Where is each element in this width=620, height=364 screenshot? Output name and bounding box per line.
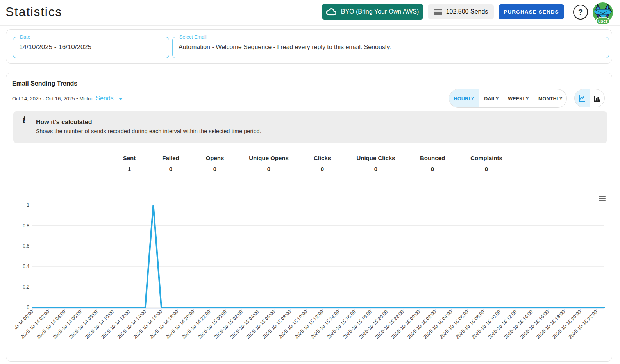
svg-text:2025-10-14 06:00: 2025-10-14 06:00	[52, 309, 83, 340]
svg-text:2025-10-15 02:00: 2025-10-15 02:00	[213, 309, 244, 340]
svg-text:2025-10-15 08:00: 2025-10-15 08:00	[261, 309, 292, 340]
svg-text:2025-10-14 16:00: 2025-10-14 16:00	[132, 309, 163, 340]
svg-text:1: 1	[27, 202, 29, 208]
svg-text:2025-10-15 16:00: 2025-10-15 16:00	[326, 309, 357, 340]
svg-text:2025-10-15 00:00: 2025-10-15 00:00	[197, 309, 228, 340]
svg-text:2025-10-15 10:00: 2025-10-15 10:00	[277, 309, 308, 340]
svg-text:2025-10-15 14:00: 2025-10-15 14:00	[310, 309, 341, 340]
svg-text:2025-10-16 18:00: 2025-10-16 18:00	[535, 309, 566, 340]
svg-text:2025-10-16 08:00: 2025-10-16 08:00	[455, 309, 486, 340]
svg-text:0.6: 0.6	[23, 243, 29, 249]
svg-text:2025-10-15 20:00: 2025-10-15 20:00	[358, 309, 389, 340]
svg-text:2025-10-14 18:00: 2025-10-14 18:00	[148, 309, 179, 340]
svg-text:0.4: 0.4	[23, 264, 29, 269]
svg-text:2025-10-14 20:00: 2025-10-14 20:00	[165, 309, 196, 340]
svg-text:2025-10-16 12:00: 2025-10-16 12:00	[487, 309, 518, 340]
svg-text:2025-10-15 22:00: 2025-10-15 22:00	[374, 309, 405, 340]
svg-text:user: user	[598, 19, 608, 23]
svg-text:2025-10-14 14:00: 2025-10-14 14:00	[116, 309, 147, 340]
svg-text:2025-10-16 06:00: 2025-10-16 06:00	[439, 309, 470, 340]
svg-text:2025-10-16 04:00: 2025-10-16 04:00	[422, 309, 453, 340]
svg-text:2025-10-15 06:00: 2025-10-15 06:00	[245, 309, 276, 340]
svg-text:2025-10-15 18:00: 2025-10-15 18:00	[342, 309, 373, 340]
svg-text:0.2: 0.2	[23, 284, 29, 290]
svg-text:2025-10-14 08:00: 2025-10-14 08:00	[68, 309, 99, 340]
svg-text:2025-10-14 10:00: 2025-10-14 10:00	[84, 309, 115, 340]
svg-text:2025-10-15 12:00: 2025-10-15 12:00	[294, 309, 325, 340]
svg-text:2025-10-16 00:00: 2025-10-16 00:00	[390, 309, 421, 340]
svg-text:2025-10-16 10:00: 2025-10-16 10:00	[471, 309, 502, 340]
svg-text:0: 0	[27, 305, 29, 310]
svg-text:2025-10-16 16:00: 2025-10-16 16:00	[519, 309, 550, 340]
svg-text:2025-10-14 12:00: 2025-10-14 12:00	[100, 309, 131, 340]
svg-text:2025-10-16 14:00: 2025-10-16 14:00	[503, 309, 534, 340]
svg-text:2025-10-14 22:00: 2025-10-14 22:00	[181, 309, 212, 340]
svg-text:2025-10-15 04:00: 2025-10-15 04:00	[229, 309, 260, 340]
svg-text:2025-10-14 02:00: 2025-10-14 02:00	[20, 309, 50, 340]
svg-text:2025-10-16 22:00: 2025-10-16 22:00	[568, 309, 599, 340]
svg-text:2025-10-16 20:00: 2025-10-16 20:00	[551, 309, 582, 340]
svg-text:2025-10-14 04:00: 2025-10-14 04:00	[36, 309, 67, 340]
svg-text:2025-10-16 02:00: 2025-10-16 02:00	[406, 309, 437, 340]
svg-text:0.8: 0.8	[23, 223, 29, 228]
